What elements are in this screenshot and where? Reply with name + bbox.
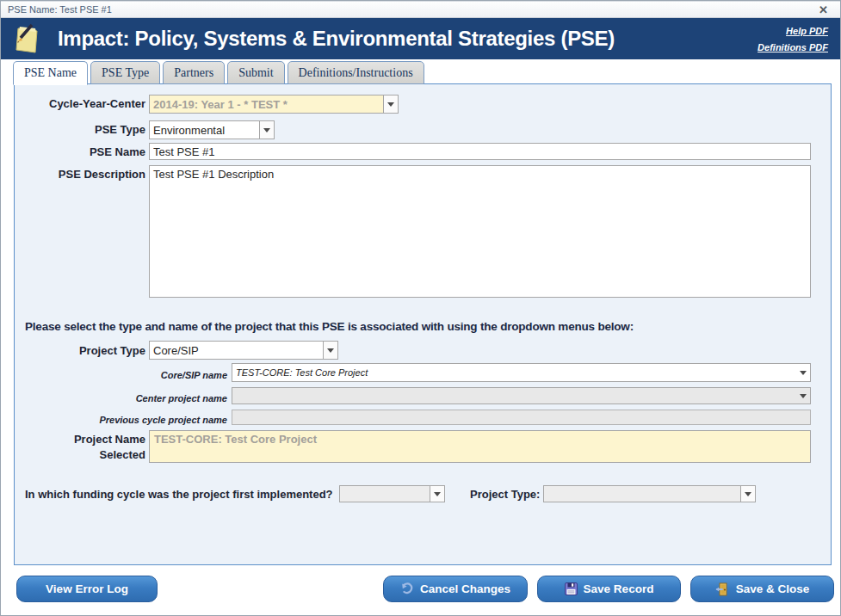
tab-partners[interactable]: Partners: [163, 61, 225, 84]
button-label: Save Record: [584, 582, 654, 595]
dropdown-arrow-icon[interactable]: [795, 364, 810, 381]
cycle-year-center-select[interactable]: 2014-19: Year 1 - * TEST *: [149, 95, 399, 114]
funding-cycle-select[interactable]: [339, 485, 445, 502]
funding-cycle-question-label: In which funding cycle was the project f…: [25, 488, 337, 502]
cycle-year-center-label: Cycle-Year-Center: [1, 97, 145, 111]
tab-pse-type[interactable]: PSE Type: [90, 61, 160, 84]
pse-description-textarea[interactable]: Test PSE #1 Description: [149, 165, 811, 298]
titlebar: PSE Name: Test PSE #1 ✕: [1, 1, 840, 18]
tab-label: PSE Type: [102, 66, 149, 80]
previous-cycle-project-name-field[interactable]: [232, 410, 811, 425]
view-error-log-button[interactable]: View Error Log: [16, 576, 158, 602]
project-type-2-select[interactable]: [543, 485, 756, 502]
floppy-disk-icon: [565, 582, 578, 595]
save-record-button[interactable]: Save Record: [537, 576, 681, 602]
app-header: Impact: Policy, Systems & Environmental …: [1, 18, 840, 59]
dropdown-arrow-icon[interactable]: [430, 486, 444, 502]
pse-description-label: PSE Description: [1, 168, 145, 182]
project-name-selected-label: Project Name Selected: [68, 432, 145, 463]
note-pencil-icon: [13, 23, 42, 54]
header-links: Help PDF Definitions PDF: [758, 26, 828, 52]
pse-form-window: PSE Name: Test PSE #1 ✕ Impact: Policy, …: [0, 0, 841, 616]
project-type-select[interactable]: Core/SIP: [149, 341, 338, 360]
tab-pse-name[interactable]: PSE Name: [13, 61, 88, 85]
dropdown-arrow-icon[interactable]: [323, 342, 337, 359]
project-type-label: Project Type: [1, 344, 145, 358]
tab-definitions-instructions[interactable]: Definitions/Instructions: [288, 61, 424, 84]
dropdown-arrow-icon[interactable]: [259, 121, 274, 139]
button-label: Cancel Changes: [420, 582, 510, 595]
tab-label: PSE Name: [24, 66, 77, 80]
project-type-value: Core/SIP: [150, 344, 323, 357]
core-sip-name-label: Core/SIP name: [1, 368, 227, 382]
pse-type-value: Environmental: [150, 124, 259, 137]
page-title: Impact: Policy, Systems & Environmental …: [58, 27, 615, 51]
pse-type-select[interactable]: Environmental: [149, 120, 275, 139]
save-and-close-button[interactable]: Save & Close: [690, 576, 834, 602]
core-sip-name-value: TEST-CORE: Test Core Project: [232, 367, 795, 378]
door-exit-icon: [715, 582, 730, 596]
pse-type-label: PSE Type: [1, 123, 145, 137]
cancel-changes-button[interactable]: Cancel Changes: [383, 576, 528, 602]
center-project-name-label: Center project name: [1, 391, 227, 405]
project-name-selected-value: TEST-CORE: Test Core Project: [154, 433, 317, 446]
undo-icon: [400, 582, 414, 596]
project-name-selected-field: TEST-CORE: Test Core Project: [149, 430, 811, 463]
footer-bar: View Error Log Cancel Changes Save Recor…: [1, 565, 840, 616]
dropdown-arrow-icon[interactable]: [795, 388, 810, 403]
dropdown-arrow-icon[interactable]: [740, 486, 755, 502]
pse-name-label: PSE Name: [1, 145, 145, 159]
tab-label: Partners: [174, 66, 213, 80]
help-pdf-link[interactable]: Help PDF: [786, 26, 828, 36]
dropdown-arrow-icon[interactable]: [383, 95, 398, 113]
tab-strip: PSE Name PSE Type Partners Submit Defini…: [13, 61, 424, 84]
window-title: PSE Name: Test PSE #1: [8, 4, 813, 15]
core-sip-name-select[interactable]: TEST-CORE: Test Core Project: [232, 363, 811, 382]
tab-label: Definitions/Instructions: [299, 66, 413, 80]
center-project-name-select[interactable]: [232, 387, 811, 404]
pse-name-input[interactable]: [149, 143, 811, 160]
tab-submit[interactable]: Submit: [227, 61, 284, 84]
button-label: Save & Close: [736, 582, 810, 595]
previous-cycle-project-name-label: Previous cycle project name: [1, 413, 227, 427]
cycle-year-center-value: 2014-19: Year 1 - * TEST *: [150, 98, 383, 111]
close-icon[interactable]: ✕: [813, 3, 833, 16]
tab-label: Submit: [238, 66, 273, 80]
project-type-2-label: Project Type:: [470, 488, 541, 502]
project-association-instruction: Please select the type and name of the p…: [25, 320, 634, 333]
definitions-pdf-link[interactable]: Definitions PDF: [758, 42, 828, 52]
button-label: View Error Log: [46, 582, 128, 595]
